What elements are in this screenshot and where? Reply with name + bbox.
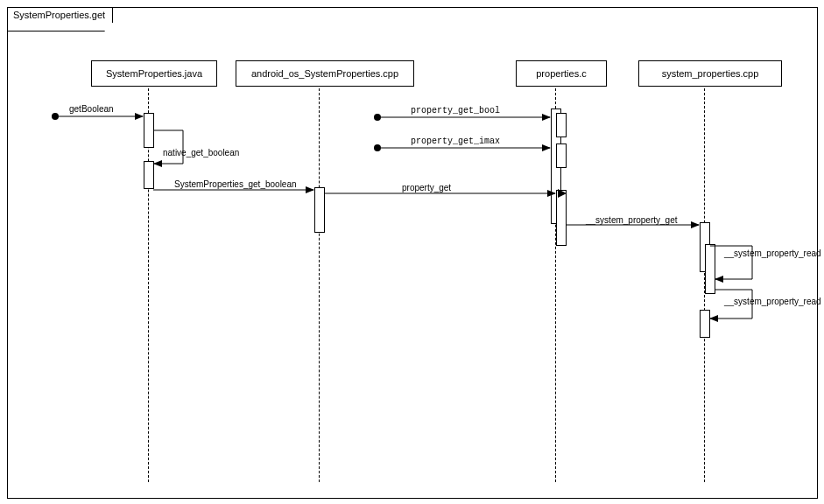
activation-p3-imax [556, 144, 567, 168]
found-dot-property-get-bool [374, 114, 381, 121]
label-property-get-bool: property_get_bool [411, 106, 500, 116]
activation-p4-3 [700, 310, 710, 338]
label-systemproperties-get-boolean: SystemProperties_get_boolean [174, 179, 297, 189]
activation-p1-1 [144, 113, 154, 148]
participant-systemproperties-java: SystemProperties.java [91, 60, 217, 87]
label-property-get-imax: property_get_imax [411, 136, 500, 146]
activation-p4-2 [705, 244, 715, 294]
label-system-property-read1: __system_property_read [724, 248, 821, 258]
found-dot-getboolean [52, 113, 59, 120]
label-property-get: property_get [402, 183, 451, 192]
activation-p1-2 [144, 161, 154, 189]
participant-system-properties-cpp: system_properties.cpp [638, 60, 782, 87]
lifeline-p2 [319, 88, 320, 482]
diagram-frame: SystemProperties.get SystemProperties.ja… [7, 7, 818, 499]
participant-properties-c: properties.c [516, 60, 607, 87]
sequence-diagram: SystemProperties.get SystemProperties.ja… [0, 0, 824, 504]
diagram-title: SystemProperties.get [8, 8, 113, 32]
label-native-get-boolean: native_get_boolean [163, 148, 239, 158]
label-getboolean: getBoolean [69, 104, 114, 114]
label-system-property-read2: __system_property_read [724, 297, 821, 306]
label-system-property-get: __system_property_get [586, 215, 678, 225]
found-dot-property-get-imax [374, 144, 381, 151]
activation-p3-get [556, 190, 567, 246]
participant-android-os-systemproperties-cpp: android_os_SystemProperties.cpp [236, 60, 414, 87]
activation-p2 [314, 187, 325, 233]
activation-p3-bool [556, 113, 567, 137]
svg-line-5 [324, 193, 562, 195]
